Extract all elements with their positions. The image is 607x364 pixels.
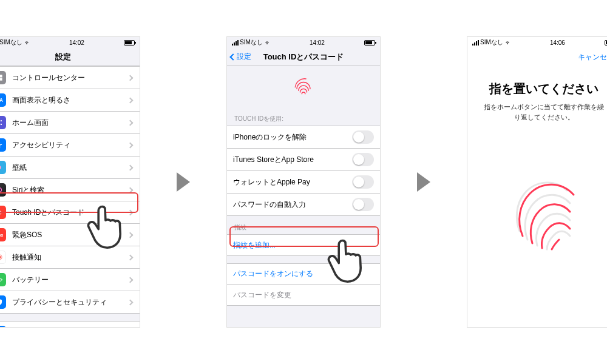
enroll-content: 指を置いてください 指をホームボタンに当てて離す作業を繰り返してください。: [467, 81, 607, 255]
toggle-switch[interactable]: [352, 175, 374, 189]
svg-text:AA: AA: [0, 98, 3, 103]
toggle-switch[interactable]: [352, 198, 374, 211]
row-home-screen[interactable]: ホーム画面: [0, 112, 140, 134]
row-label: iPhoneのロックを解除: [233, 132, 346, 143]
privacy-icon: [0, 295, 6, 309]
fingerprint-hero-icon: [227, 72, 380, 99]
chevron-right-icon: [127, 254, 134, 260]
row-label: iTunes StoreとApp Store: [233, 155, 346, 165]
signal-icon: [232, 40, 239, 46]
clock: 14:02: [310, 39, 325, 46]
step-arrow-icon: [417, 172, 430, 192]
row-itunes-store[interactable]: iTunes StoreとApp Store: [227, 149, 380, 171]
row-siri[interactable]: Siriと検索: [0, 179, 140, 201]
page-title: Touch IDとパスコード: [263, 52, 344, 62]
row-wallpaper[interactable]: 壁紙: [0, 157, 140, 179]
row-exposure[interactable]: 接触通知: [0, 246, 140, 269]
battery-icon: [605, 40, 607, 46]
chevron-right-icon: [127, 97, 134, 103]
enroll-subtitle: 指をホームボタンに当てて離す作業を繰り返してください。: [482, 102, 606, 122]
row-display[interactable]: AA 画面表示と明るさ: [0, 89, 140, 112]
back-button[interactable]: 設定: [231, 48, 251, 66]
row-label: プライバシーとセキュリティ: [12, 297, 122, 308]
row-label: ウォレットとApple Pay: [233, 177, 346, 187]
svg-point-9: [0, 256, 1, 259]
toggle-switch[interactable]: [352, 130, 374, 144]
row-privacy[interactable]: プライバシーとセキュリティ: [0, 291, 140, 313]
accessibility-icon: [0, 138, 6, 152]
chevron-right-icon: [127, 232, 134, 238]
row-touch-id[interactable]: Touch IDとパスコード: [0, 201, 140, 224]
battery-icon: [364, 40, 375, 46]
screen-settings: SIMなし 14:02 設定 コントロールセンター AA 画面表示と明るさ: [0, 36, 140, 328]
carrier-label: SIMなし: [240, 38, 263, 47]
row-sos[interactable]: SOS 緊急SOS: [0, 224, 140, 246]
exposure-icon: [0, 251, 6, 264]
svg-point-2: [1, 120, 2, 121]
home-screen-icon: [0, 116, 6, 129]
wifi-icon: [24, 39, 30, 46]
row-battery[interactable]: バッテリー: [0, 269, 140, 291]
control-center-icon: [0, 71, 6, 84]
chevron-right-icon: [127, 75, 134, 81]
carrier-label: SIMなし: [0, 38, 22, 47]
chevron-right-icon: [127, 299, 134, 305]
row-app-store[interactable]: App Store: [0, 322, 140, 327]
row-password-autofill[interactable]: パスワードの自動入力: [227, 194, 380, 215]
wifi-icon: [264, 39, 270, 46]
row-control-center[interactable]: コントロールセンター: [0, 67, 140, 89]
svg-point-4: [1, 124, 2, 125]
wallpaper-icon: [0, 161, 6, 174]
svg-text:SOS: SOS: [0, 234, 3, 237]
chevron-right-icon: [127, 164, 134, 170]
settings-list[interactable]: コントロールセンター AA 画面表示と明るさ ホーム画面: [0, 66, 140, 327]
navbar: キャンセル: [467, 48, 607, 66]
carrier-label: SIMなし: [480, 38, 503, 47]
svg-point-7: [0, 188, 2, 192]
app-store-icon: [0, 326, 6, 327]
row-label: コントロールセンター: [12, 73, 122, 83]
siri-icon: [0, 183, 6, 197]
row-label: バッテリー: [12, 275, 122, 285]
chevron-right-icon: [127, 209, 134, 215]
row-label: アクセシビリティ: [12, 140, 122, 150]
toggle-switch[interactable]: [352, 153, 374, 166]
touch-id-icon: [0, 206, 6, 219]
row-label: Siriと検索: [12, 185, 122, 195]
back-label: 設定: [237, 52, 251, 62]
row-label: 壁紙: [12, 163, 122, 173]
clock: 14:02: [69, 39, 84, 46]
row-label: Touch IDとパスコード: [12, 207, 122, 218]
row-accessibility[interactable]: アクセシビリティ: [0, 134, 140, 157]
navbar: 設定: [0, 48, 140, 66]
svg-rect-12: [2, 279, 2, 280]
chevron-right-icon: [127, 187, 134, 193]
chevron-right-icon: [127, 142, 134, 148]
touchid-content[interactable]: TOUCH IDを使用: iPhoneのロックを解除 iTunes Storeと…: [227, 66, 380, 327]
status-bar: SIMなし 14:06: [467, 37, 607, 48]
row-label: 緊急SOS: [12, 230, 122, 240]
status-bar: SIMなし 14:02: [0, 37, 140, 48]
row-change-passcode: パスコードを変更: [227, 285, 380, 305]
row-label: パスワードの自動入力: [233, 200, 346, 210]
step-arrow-icon: [177, 172, 190, 192]
section-header: TOUCH IDを使用:: [227, 107, 380, 126]
sos-icon: SOS: [0, 228, 6, 241]
row-add-fingerprint[interactable]: 指紋を追加...: [227, 235, 380, 255]
row-label: パスコードを変更: [233, 290, 374, 300]
fingerprint-large-icon: [467, 158, 607, 255]
enroll-title: 指を置いてください: [477, 81, 607, 97]
row-wallet-applepay[interactable]: ウォレットとApple Pay: [227, 171, 380, 194]
cancel-button[interactable]: キャンセル: [578, 48, 607, 66]
section-header: 指紋: [227, 216, 380, 234]
row-label: 接触通知: [12, 252, 122, 263]
row-unlock-iphone[interactable]: iPhoneのロックを解除: [227, 126, 380, 149]
screen-place-finger: SIMなし 14:06 キャンセル 指を置いてください 指をホームボタンに当てて…: [467, 36, 607, 328]
battery-icon: [124, 40, 135, 46]
page-title: 設定: [55, 52, 71, 62]
battery-settings-icon: [0, 273, 6, 286]
row-turn-passcode-on[interactable]: パスコードをオンにする: [227, 264, 380, 285]
row-label: ホーム画面: [12, 118, 122, 128]
row-label: 指紋を追加...: [233, 240, 374, 251]
signal-icon: [472, 40, 479, 46]
